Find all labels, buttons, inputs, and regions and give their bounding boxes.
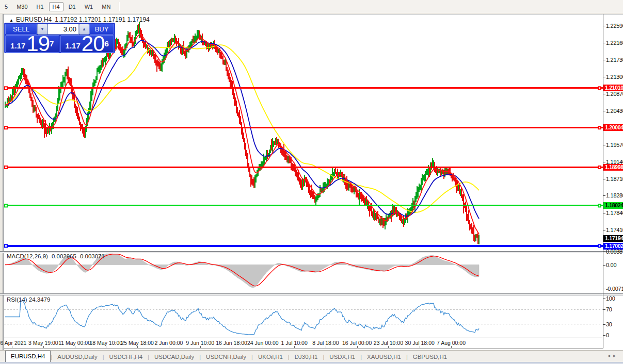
tab-eurusd-h4[interactable]: EURUSD,H4 [5, 351, 51, 362]
scroll-right-icon[interactable]: ▸ [613, 353, 619, 358]
rsi-indicator-label: RSI(14) 24.3479 [7, 296, 50, 303]
macd-tick [603, 289, 605, 289]
one-click-trading-panel: SELL ▼ 3.00 ▲ BUY 1.17 19 7 1.17 20 6 [4, 23, 115, 53]
date-label: 26 Apr 2021 [0, 340, 26, 346]
timeframe-button-mn[interactable]: MN [98, 2, 114, 11]
tab-dj30-h1[interactable]: DJ30,H1 [290, 352, 323, 362]
chart-symbol-label: EURUSD,H4 [16, 16, 52, 23]
line-handle-center [5, 127, 7, 128]
price-tick [603, 179, 605, 179]
rsi-tick-label: 30 [606, 321, 623, 327]
chevron-down-icon: ▼ [40, 27, 44, 31]
date-label: 3 May 19:00 [28, 340, 58, 346]
line-handle-center [599, 127, 600, 128]
volume-decrease-button[interactable]: ▼ [37, 24, 47, 35]
rsi-indicator-canvas[interactable] [4, 295, 603, 338]
timeframe-button-h4[interactable]: H4 [49, 2, 63, 11]
price-tick [603, 145, 605, 145]
line-handle-center [5, 245, 7, 247]
date-label: 8 Jul 18:00 [312, 340, 339, 346]
rsi-pane-splitter[interactable] [0, 293, 623, 295]
tab-usdchf-h4[interactable]: USDCHF,H4 [104, 352, 148, 362]
price-level-label: 1.17002 [603, 243, 623, 250]
volume-increase-button[interactable]: ▲ [79, 24, 89, 35]
date-label: 7 Aug 00:00 [437, 340, 466, 346]
buy-button[interactable]: BUY [89, 24, 114, 35]
buy-price-display[interactable]: 1.17 20 6 [60, 35, 115, 53]
rsi-tick-label: 0 [606, 332, 623, 338]
price-tick-label: 1.18710 [606, 176, 623, 182]
date-label: 23 Jul 10:00 [374, 340, 403, 346]
buy-price-prefix: 1.17 [66, 40, 81, 52]
tab-ukoil-h1[interactable]: UKOil,H1 [253, 352, 288, 362]
rsi-tick [603, 299, 605, 299]
ma-fast-red-line [5, 35, 479, 234]
time-axis-tickline [4, 348, 603, 349]
price-tick-label: 1.17410 [606, 227, 623, 233]
date-label: 9 Jun 10:00 [186, 340, 214, 346]
line-handle-center [5, 167, 7, 168]
tab-usdcad-daily[interactable]: USDCAD,Daily [149, 352, 199, 362]
timeframe-button-h1[interactable]: H1 [33, 2, 47, 11]
chart-title: ▲EURUSD,H41.17192 1.17201 1.17191 1.1719… [9, 16, 150, 23]
price-tick [603, 111, 605, 111]
rsi-tick-label: 70 [606, 306, 623, 312]
price-tick [603, 26, 605, 26]
volume-input[interactable]: 3.00 [47, 24, 79, 35]
scroll-left-icon[interactable]: ◂ [608, 353, 613, 358]
tab-usdx-h1[interactable]: USDX,H1 [324, 352, 360, 362]
sell-button[interactable]: SELL [5, 24, 37, 35]
date-label: 16 Jul 00:00 [342, 340, 372, 346]
price-tick-label: 1.22590 [606, 23, 623, 29]
rsi-tick [603, 324, 605, 325]
timeframe-button-m30[interactable]: M30 [13, 2, 31, 11]
chart-tabs-bar: EURUSD,H4|AUDUSD,Daily|USDCHF,H4|USDCAD,… [0, 350, 623, 362]
price-tick-label: 1.18280 [606, 192, 623, 198]
price-tick [603, 60, 605, 60]
date-label: 11 May 00:00 [58, 340, 91, 346]
tab-xauusd-h1[interactable]: XAUUSD,H1 [362, 352, 406, 362]
chevron-up-icon: ▲ [82, 27, 86, 31]
ma-slow-yellow-line [5, 45, 479, 212]
rsi-tick-label: 100 [606, 295, 623, 302]
buy-price-pip: 6 [105, 36, 109, 52]
line-handle-center [5, 205, 7, 206]
price-tick [603, 43, 605, 43]
tab-audusd-daily[interactable]: AUDUSD,Daily [52, 352, 102, 362]
buy-price-big: 20 [82, 36, 105, 52]
price-level-label: 1.18024 [603, 202, 623, 209]
macd-tick-label: 0.00 [606, 262, 623, 268]
timeframe-button-w1[interactable]: W1 [81, 2, 97, 11]
tab-gbpusd-h1[interactable]: GBPUSD,H1 [408, 352, 452, 362]
timeframe-button-d1[interactable]: D1 [65, 2, 79, 11]
rsi-tick [603, 335, 605, 336]
tab-usdcnh-daily[interactable]: USDCNH,Daily [201, 352, 251, 362]
macd-tick-label: -0.00719 [606, 286, 623, 292]
price-level-label: 1.21010 [603, 85, 623, 91]
triangle-icon: ▲ [9, 18, 13, 23]
mt4-terminal: 5M30H1H4D1W1MN ▲EURUSD,H41.17192 1.17201… [0, 0, 623, 364]
price-tick [603, 162, 605, 162]
line-handle-center [599, 87, 600, 89]
sell-price-display[interactable]: 1.17 19 7 [5, 35, 59, 53]
date-label: 2 Jun 00:00 [154, 340, 183, 346]
ma-mid-blue-line [5, 40, 479, 219]
timeframe-toolbar: 5M30H1H4D1W1MN [0, 0, 623, 13]
price-level-label: 1.17194 [603, 235, 623, 242]
price-level-label: 1.18998 [603, 164, 623, 171]
tab-scroll-arrows[interactable]: ◂▸ [608, 353, 619, 358]
price-level-label: 1.20004 [603, 124, 623, 131]
price-tick-label: 1.19570 [606, 142, 623, 148]
date-label: 16 Jun 18:00 [216, 340, 247, 346]
sell-price-pip: 7 [50, 36, 54, 52]
timeframe-button-5[interactable]: 5 [1, 2, 11, 11]
date-label: 24 Jun 00:00 [247, 340, 279, 346]
line-handle-center [599, 205, 600, 206]
rsi-line [5, 301, 479, 335]
bullish-candles [5, 22, 479, 244]
price-tick-label: 1.21300 [606, 74, 623, 80]
price-tick-label: 1.21730 [606, 57, 623, 63]
line-handle-center [599, 245, 600, 247]
macd-tick [603, 252, 605, 252]
bottom-edge [0, 362, 623, 364]
